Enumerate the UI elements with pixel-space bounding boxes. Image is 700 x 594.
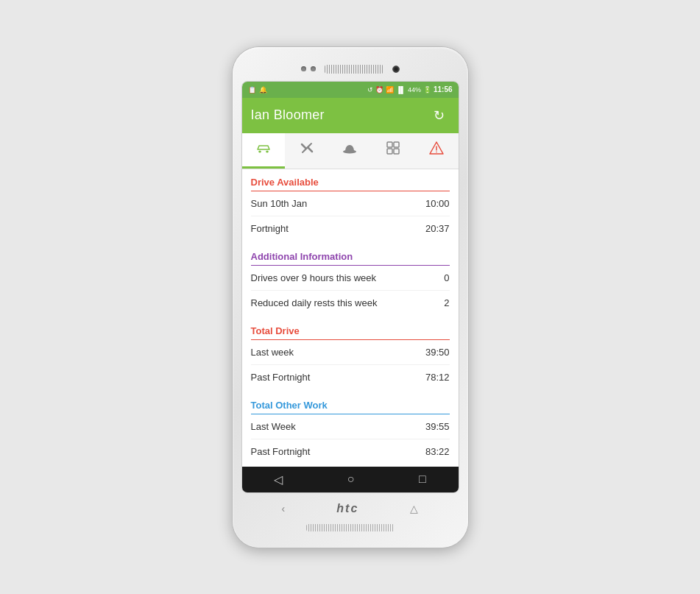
row-label-sun: Sun 10th Jan [251, 198, 308, 209]
svg-rect-9 [387, 149, 392, 154]
section-drive-available: Drive Available Sun 10th Jan 10:00 Fortn… [242, 169, 459, 244]
tab-hat[interactable] [328, 133, 372, 169]
row-reduced-rests: Reduced daily rests this week 2 [251, 291, 450, 315]
svg-line-5 [308, 148, 312, 152]
refresh-button[interactable]: ↻ [429, 105, 450, 126]
status-bar: 📋 🔔 ↺ ⏰ 📶 ▐▌ 44% 🔋 11:56 [242, 82, 459, 98]
app-header: Ian Bloomer ↻ [242, 98, 459, 133]
svg-line-4 [302, 144, 305, 148]
hat-icon [342, 142, 358, 158]
row-past-fortnight-other: Past Fortnight 83:22 [251, 439, 450, 464]
row-label-drives-9: Drives over 9 hours this week [251, 272, 377, 283]
row-label-last-week-other: Last Week [251, 421, 296, 432]
notification-icon: 🔔 [259, 86, 267, 93]
sim-icon: 📋 [248, 86, 256, 93]
front-camera [392, 66, 400, 73]
refresh-icon: ↻ [434, 107, 445, 124]
android-nav-bar: ◁ ○ □ [242, 467, 459, 492]
android-back-button[interactable]: ◁ [274, 473, 283, 487]
android-recent-button[interactable]: □ [419, 473, 426, 486]
wifi-icon: 📶 [386, 86, 394, 93]
svg-rect-7 [387, 142, 392, 147]
drive-icon [255, 142, 272, 158]
row-last-week-drive: Last week 39:50 [251, 340, 450, 365]
battery-icon: 🔋 [423, 86, 431, 93]
row-label-reduced-rests: Reduced daily rests this week [251, 297, 378, 308]
total-drive-title: Total Drive [251, 325, 450, 340]
screen: 📋 🔔 ↺ ⏰ 📶 ▐▌ 44% 🔋 11:56 Ian Bloomer ↻ [241, 81, 459, 493]
row-sun-10th-jan: Sun 10th Jan 10:00 [251, 191, 450, 216]
top-speaker-grille [325, 65, 383, 74]
phone-device: 📋 🔔 ↺ ⏰ 📶 ▐▌ 44% 🔋 11:56 Ian Bloomer ↻ [233, 47, 468, 548]
section-total-other-work: Total Other Work Last Week 39:55 Past Fo… [242, 392, 459, 467]
section-additional-info: Additional Information Drives over 9 hou… [242, 244, 459, 318]
htc-nav-bar: ‹ htc △ [241, 499, 459, 518]
drive-available-title: Drive Available [251, 177, 450, 191]
alarm-icon: ⏰ [375, 86, 383, 93]
row-label-last-week-drive: Last week [251, 347, 294, 358]
phone-bottom: ‹ htc △ [241, 493, 459, 534]
speaker-dots [301, 66, 316, 71]
status-right: ↺ ⏰ 📶 ▐▌ 44% 🔋 11:56 [367, 85, 452, 93]
row-drives-over-9: Drives over 9 hours this week 0 [251, 266, 450, 291]
svg-point-1 [266, 150, 268, 152]
rotate-icon: ↺ [367, 86, 373, 93]
row-value-last-week-other: 39:55 [425, 421, 450, 432]
dot-right [311, 66, 316, 71]
svg-rect-10 [394, 149, 399, 154]
tab-warning[interactable] [415, 133, 459, 169]
user-name-label: Ian Bloomer [251, 107, 325, 123]
svg-rect-8 [394, 142, 399, 147]
grid-icon [386, 141, 400, 159]
warning-icon [428, 141, 445, 159]
row-label-past-fortnight-drive: Past Fortnight [251, 372, 311, 383]
svg-point-12 [436, 151, 437, 152]
svg-point-0 [258, 150, 261, 152]
htc-brand-logo: htc [336, 502, 358, 515]
dot-left [301, 66, 306, 71]
phone-top [241, 60, 459, 81]
row-label-fortnight: Fortnight [251, 223, 289, 234]
row-value-fortnight: 20:37 [425, 223, 450, 234]
row-value-reduced-rests: 2 [444, 297, 449, 308]
content-area: Drive Available Sun 10th Jan 10:00 Fortn… [242, 169, 459, 467]
battery-percent: 44% [408, 86, 421, 93]
tab-tools[interactable] [285, 133, 328, 169]
row-past-fortnight-drive: Past Fortnight 78:12 [251, 365, 450, 389]
row-value-sun: 10:00 [425, 198, 450, 209]
row-value-last-week-drive: 39:50 [425, 347, 450, 358]
tools-icon [300, 141, 314, 159]
row-value-past-fortnight-other: 83:22 [425, 446, 450, 457]
additional-info-title: Additional Information [251, 251, 450, 266]
row-value-past-fortnight-drive: 78:12 [425, 372, 450, 383]
section-total-drive: Total Drive Last week 39:50 Past Fortnig… [242, 318, 459, 392]
htc-back-btn[interactable]: ‹ [282, 503, 286, 515]
android-home-button[interactable]: ○ [347, 473, 355, 486]
bottom-speaker-grille [306, 524, 395, 531]
status-left-icons: 📋 🔔 [248, 86, 267, 93]
tab-grid[interactable] [372, 133, 415, 169]
row-last-week-other: Last Week 39:55 [251, 414, 450, 439]
signal-icon: ▐▌ [396, 86, 406, 93]
time-display: 11:56 [434, 85, 453, 93]
nav-tabs [242, 133, 459, 169]
tab-drive[interactable] [242, 133, 286, 169]
total-other-work-title: Total Other Work [251, 400, 450, 414]
row-value-drives-9: 0 [444, 272, 449, 283]
row-fortnight: Fortnight 20:37 [251, 216, 450, 241]
htc-home-btn[interactable]: △ [410, 503, 418, 515]
row-label-past-fortnight-other: Past Fortnight [251, 446, 311, 457]
